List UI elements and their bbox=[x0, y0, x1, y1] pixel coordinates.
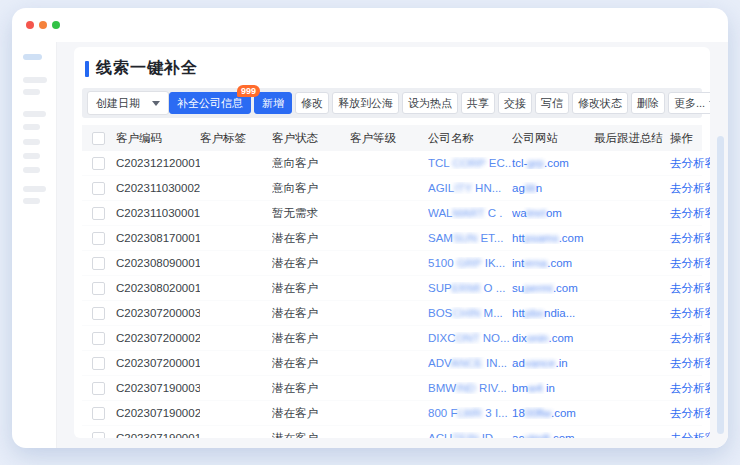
analyze-customer-link[interactable]: 去分析客户 bbox=[670, 231, 710, 246]
company-website-link[interactable]: dixonin.com bbox=[512, 332, 594, 344]
redacted-text: lmrt bbox=[527, 207, 546, 219]
redacted-text: LWR bbox=[457, 407, 482, 419]
text-fragment: .com bbox=[551, 407, 576, 419]
company-name-link[interactable]: SUPERMI O ... bbox=[428, 282, 512, 294]
customer-code: C202312120001 bbox=[116, 157, 200, 169]
date-filter-select[interactable]: 创建日期 bbox=[87, 91, 169, 115]
company-name-link[interactable]: BOSCHIN M... bbox=[428, 307, 512, 319]
toolbar-action-button[interactable]: 删除 bbox=[631, 92, 665, 114]
text-fragment: .com bbox=[550, 432, 575, 438]
company-website-link[interactable]: bmw4 in bbox=[512, 382, 594, 394]
company-website-link[interactable]: acutedt.com bbox=[512, 432, 594, 438]
company-website-link[interactable]: interna.com bbox=[512, 257, 594, 269]
customer-status: 潜在客户 bbox=[272, 381, 350, 396]
sidebar-skeleton-item bbox=[23, 153, 40, 159]
vertical-scrollbar[interactable] bbox=[717, 136, 724, 434]
redacted-text: utedt bbox=[524, 432, 550, 438]
analyze-customer-link[interactable]: 去分析客户 bbox=[670, 356, 710, 371]
table-header-row: 客户编码 客户标签 客户状态 客户等级 公司名称 公司网站 最后跟进总结 操作 bbox=[82, 125, 702, 151]
table-row: C202307200003 潜在客户 BOSCHIN M... httpbond… bbox=[82, 301, 702, 326]
company-name-link[interactable]: ADVANCE IN... bbox=[428, 357, 512, 369]
toolbar-action-button[interactable]: 共享 bbox=[461, 92, 495, 114]
company-name-link[interactable]: TCL CORP EC... bbox=[428, 157, 512, 169]
text-fragment: WAL bbox=[428, 207, 453, 219]
row-checkbox[interactable] bbox=[92, 432, 105, 439]
company-website-link[interactable]: httpbondia... bbox=[512, 307, 594, 319]
table-row: C202307190001 潜在客户 ACUTEIN ID... acutedt… bbox=[82, 426, 702, 438]
analyze-customer-link[interactable]: 去分析客户 bbox=[670, 156, 710, 171]
text-fragment: 5100 bbox=[428, 257, 457, 269]
toolbar-action-button[interactable]: 修改 bbox=[295, 92, 329, 114]
company-website-link[interactable]: agilitn bbox=[512, 182, 594, 194]
toolbar-action-button[interactable]: 设为热点 bbox=[402, 92, 458, 114]
redacted-text: MART bbox=[453, 207, 485, 219]
analyze-customer-link[interactable]: 去分析客户 bbox=[670, 431, 710, 439]
text-fragment: IN... bbox=[483, 357, 507, 369]
analyze-customer-link[interactable]: 去分析客户 bbox=[670, 406, 710, 421]
company-name-link[interactable]: BMWIND RIV... bbox=[428, 382, 512, 394]
redacted-text: grp bbox=[527, 157, 544, 169]
analyze-customer-link[interactable]: 去分析客户 bbox=[670, 206, 710, 221]
company-name-link[interactable]: ACUTEIN ID... bbox=[428, 432, 512, 438]
row-checkbox[interactable] bbox=[92, 207, 105, 220]
row-checkbox[interactable] bbox=[92, 282, 105, 295]
company-name-link[interactable]: AGILITY HN... bbox=[428, 182, 512, 194]
row-checkbox[interactable] bbox=[92, 232, 105, 245]
add-button[interactable]: 新增 bbox=[254, 92, 292, 114]
more-button[interactable]: 更多... bbox=[668, 92, 710, 114]
company-website-link[interactable]: walmrtom bbox=[512, 207, 594, 219]
row-checkbox[interactable] bbox=[92, 382, 105, 395]
analyze-customer-link[interactable]: 去分析客户 bbox=[670, 306, 710, 321]
customer-code: C202307190003 bbox=[116, 382, 200, 394]
minimize-button[interactable] bbox=[39, 21, 47, 29]
row-checkbox[interactable] bbox=[92, 407, 105, 420]
select-all-checkbox[interactable] bbox=[92, 132, 105, 145]
redacted-text: permi bbox=[524, 282, 553, 294]
toolbar-action-button[interactable]: 释放到公海 bbox=[332, 92, 399, 114]
company-name-link[interactable]: 5100 GRP IK... bbox=[428, 257, 512, 269]
analyze-customer-link[interactable]: 去分析客户 bbox=[670, 256, 710, 271]
col-customer-level: 客户等级 bbox=[350, 131, 428, 146]
company-name-link[interactable]: SAMSUN ET... bbox=[428, 232, 512, 244]
zoom-button[interactable] bbox=[52, 21, 60, 29]
toolbar-action-button[interactable]: 交接 bbox=[498, 92, 532, 114]
company-name-link[interactable]: 800 FLWR 3 I... bbox=[428, 407, 512, 419]
company-website-link[interactable]: advance.in bbox=[512, 357, 594, 369]
redacted-text: ERMI bbox=[452, 282, 481, 294]
text-fragment: ad bbox=[512, 357, 525, 369]
button-label: 更多... bbox=[674, 96, 705, 111]
analyze-customer-link[interactable]: 去分析客户 bbox=[670, 381, 710, 396]
row-checkbox[interactable] bbox=[92, 307, 105, 320]
sidebar-item-active[interactable] bbox=[23, 54, 42, 60]
company-website-link[interactable]: supermi.com bbox=[512, 282, 594, 294]
company-website-link[interactable]: 1800flw.com bbox=[512, 407, 594, 419]
company-website-link[interactable]: tcl-grp.com bbox=[512, 157, 594, 169]
sidebar-skeleton-item bbox=[23, 139, 40, 145]
toolbar-action-button[interactable]: 修改状态 bbox=[572, 92, 628, 114]
row-checkbox[interactable] bbox=[92, 257, 105, 270]
redacted-text: ONT bbox=[455, 332, 479, 344]
company-name-link[interactable]: DIXCONT NO... bbox=[428, 332, 512, 344]
analyze-customer-link[interactable]: 去分析客户 bbox=[670, 281, 710, 296]
customer-status: 潜在客户 bbox=[272, 281, 350, 296]
customer-status: 潜在客户 bbox=[272, 406, 350, 421]
row-checkbox[interactable] bbox=[92, 332, 105, 345]
customer-code: C202308170001 bbox=[116, 232, 200, 244]
company-website-link[interactable]: httpsams.com bbox=[512, 232, 594, 244]
sidebar-skeleton-item bbox=[23, 186, 46, 192]
text-fragment: 800 F bbox=[428, 407, 457, 419]
company-name-link[interactable]: WALMART C . bbox=[428, 207, 512, 219]
text-fragment: ET... bbox=[477, 232, 503, 244]
complete-company-info-button[interactable]: 补全公司信息 999 bbox=[169, 92, 251, 114]
row-checkbox[interactable] bbox=[92, 357, 105, 370]
toolbar-action-button[interactable]: 写信 bbox=[535, 92, 569, 114]
close-button[interactable] bbox=[26, 21, 34, 29]
text-fragment: .com bbox=[547, 257, 572, 269]
col-customer-tag: 客户标签 bbox=[200, 131, 272, 146]
text-fragment: om bbox=[546, 207, 562, 219]
text-fragment: 18 bbox=[512, 407, 525, 419]
row-checkbox[interactable] bbox=[92, 182, 105, 195]
row-checkbox[interactable] bbox=[92, 157, 105, 170]
analyze-customer-link[interactable]: 去分析客户 bbox=[670, 331, 710, 346]
analyze-customer-link[interactable]: 去分析客户 bbox=[670, 181, 710, 196]
